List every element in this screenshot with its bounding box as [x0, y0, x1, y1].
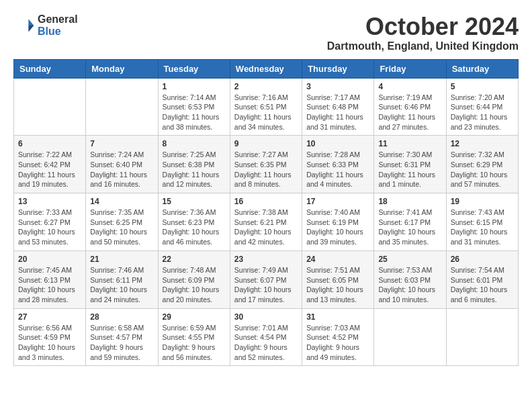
title-section: October 2024 Dartmouth, England, United …: [327, 13, 519, 52]
day-info: Sunrise: 7:43 AM Sunset: 6:15 PM Dayligh…: [451, 208, 514, 247]
day-number: 6: [18, 139, 81, 148]
day-number: 25: [378, 255, 441, 264]
calendar-day-10: 10Sunrise: 7:28 AM Sunset: 6:33 PM Dayli…: [302, 136, 374, 193]
calendar-day-5: 5Sunrise: 7:20 AM Sunset: 6:44 PM Daylig…: [446, 78, 518, 136]
day-info: Sunrise: 7:54 AM Sunset: 6:01 PM Dayligh…: [451, 265, 514, 305]
day-info: Sunrise: 7:53 AM Sunset: 6:03 PM Dayligh…: [378, 265, 441, 305]
calendar-day-12: 12Sunrise: 7:32 AM Sunset: 6:29 PM Dayli…: [446, 136, 518, 193]
calendar-day-18: 18Sunrise: 7:41 AM Sunset: 6:17 PM Dayli…: [374, 193, 446, 251]
day-info: Sunrise: 7:03 AM Sunset: 4:52 PM Dayligh…: [306, 323, 369, 363]
calendar-day-23: 23Sunrise: 7:49 AM Sunset: 6:07 PM Dayli…: [230, 250, 302, 308]
day-info: Sunrise: 7:48 AM Sunset: 6:09 PM Dayligh…: [163, 265, 226, 305]
day-info: Sunrise: 7:45 AM Sunset: 6:13 PM Dayligh…: [18, 265, 81, 305]
header-row: SundayMondayTuesdayWednesdayThursdayFrid…: [14, 59, 519, 78]
day-number: 17: [306, 197, 369, 206]
calendar-day-6: 6Sunrise: 7:22 AM Sunset: 6:42 PM Daylig…: [14, 136, 86, 193]
calendar-day-22: 22Sunrise: 7:48 AM Sunset: 6:09 PM Dayli…: [158, 250, 230, 308]
calendar-body: 1Sunrise: 7:14 AM Sunset: 6:53 PM Daylig…: [14, 78, 519, 366]
day-number: 20: [18, 255, 81, 264]
calendar-day-15: 15Sunrise: 7:36 AM Sunset: 6:23 PM Dayli…: [158, 193, 230, 251]
logo: General Blue: [13, 13, 78, 37]
calendar-day-16: 16Sunrise: 7:38 AM Sunset: 6:21 PM Dayli…: [230, 193, 302, 251]
header-day-sunday: Sunday: [14, 59, 86, 78]
day-number: 10: [306, 139, 369, 148]
calendar-header: SundayMondayTuesdayWednesdayThursdayFrid…: [14, 59, 519, 78]
day-info: Sunrise: 7:30 AM Sunset: 6:31 PM Dayligh…: [378, 150, 441, 189]
calendar-week-4: 20Sunrise: 7:45 AM Sunset: 6:13 PM Dayli…: [14, 250, 519, 308]
svg-marker-1: [28, 26, 34, 32]
page-header: General Blue October 2024 Dartmouth, Eng…: [13, 13, 519, 52]
day-info: Sunrise: 7:01 AM Sunset: 4:54 PM Dayligh…: [234, 323, 298, 363]
day-number: 23: [234, 255, 298, 264]
header-day-friday: Friday: [374, 59, 446, 78]
svg-marker-0: [28, 19, 34, 26]
header-day-wednesday: Wednesday: [230, 59, 302, 78]
day-info: Sunrise: 7:32 AM Sunset: 6:29 PM Dayligh…: [451, 150, 514, 189]
day-number: 19: [451, 197, 514, 206]
calendar-day-25: 25Sunrise: 7:53 AM Sunset: 6:03 PM Dayli…: [374, 250, 446, 308]
day-number: 27: [18, 312, 81, 322]
header-day-thursday: Thursday: [302, 59, 374, 78]
calendar-day-29: 29Sunrise: 6:59 AM Sunset: 4:55 PM Dayli…: [158, 308, 230, 366]
calendar-day-17: 17Sunrise: 7:40 AM Sunset: 6:19 PM Dayli…: [302, 193, 374, 251]
calendar-day-4: 4Sunrise: 7:19 AM Sunset: 6:46 PM Daylig…: [374, 78, 446, 136]
calendar-table: SundayMondayTuesdayWednesdayThursdayFrid…: [13, 59, 519, 367]
calendar-day-14: 14Sunrise: 7:35 AM Sunset: 6:25 PM Dayli…: [86, 193, 158, 251]
day-info: Sunrise: 7:40 AM Sunset: 6:19 PM Dayligh…: [306, 208, 369, 247]
calendar-day-13: 13Sunrise: 7:33 AM Sunset: 6:27 PM Dayli…: [14, 193, 86, 251]
day-number: 24: [306, 255, 369, 264]
day-info: Sunrise: 7:24 AM Sunset: 6:40 PM Dayligh…: [90, 150, 153, 189]
logo-icon: [13, 15, 35, 36]
day-info: Sunrise: 7:17 AM Sunset: 6:48 PM Dayligh…: [306, 93, 369, 132]
day-number: 1: [163, 82, 226, 91]
day-info: Sunrise: 7:28 AM Sunset: 6:33 PM Dayligh…: [306, 150, 369, 189]
day-number: 14: [90, 197, 153, 206]
day-info: Sunrise: 7:38 AM Sunset: 6:21 PM Dayligh…: [234, 208, 298, 247]
month-title: October 2024: [327, 13, 519, 40]
calendar-day-19: 19Sunrise: 7:43 AM Sunset: 6:15 PM Dayli…: [446, 193, 518, 251]
calendar-day-31: 31Sunrise: 7:03 AM Sunset: 4:52 PM Dayli…: [302, 308, 374, 366]
empty-cell: [374, 308, 446, 366]
day-number: 8: [163, 139, 226, 148]
calendar-day-2: 2Sunrise: 7:16 AM Sunset: 6:51 PM Daylig…: [230, 78, 302, 136]
day-info: Sunrise: 7:22 AM Sunset: 6:42 PM Dayligh…: [18, 150, 81, 189]
calendar-day-1: 1Sunrise: 7:14 AM Sunset: 6:53 PM Daylig…: [158, 78, 230, 136]
calendar-day-3: 3Sunrise: 7:17 AM Sunset: 6:48 PM Daylig…: [302, 78, 374, 136]
day-info: Sunrise: 7:49 AM Sunset: 6:07 PM Dayligh…: [234, 265, 298, 305]
calendar-day-7: 7Sunrise: 7:24 AM Sunset: 6:40 PM Daylig…: [86, 136, 158, 193]
day-info: Sunrise: 7:35 AM Sunset: 6:25 PM Dayligh…: [90, 208, 153, 247]
logo-blue: Blue: [38, 26, 78, 38]
day-number: 29: [163, 312, 226, 322]
day-number: 30: [234, 312, 298, 322]
empty-cell: [446, 308, 518, 366]
calendar-day-24: 24Sunrise: 7:51 AM Sunset: 6:05 PM Dayli…: [302, 250, 374, 308]
calendar-day-27: 27Sunrise: 6:56 AM Sunset: 4:59 PM Dayli…: [14, 308, 86, 366]
empty-cell: [14, 78, 86, 136]
calendar-week-5: 27Sunrise: 6:56 AM Sunset: 4:59 PM Dayli…: [14, 308, 519, 366]
day-number: 22: [163, 255, 226, 264]
day-info: Sunrise: 7:41 AM Sunset: 6:17 PM Dayligh…: [378, 208, 441, 247]
day-number: 13: [18, 197, 81, 206]
day-number: 15: [163, 197, 226, 206]
day-info: Sunrise: 7:14 AM Sunset: 6:53 PM Dayligh…: [163, 93, 226, 132]
logo-general: General: [38, 13, 78, 26]
day-info: Sunrise: 6:58 AM Sunset: 4:57 PM Dayligh…: [90, 323, 153, 363]
day-info: Sunrise: 7:46 AM Sunset: 6:11 PM Dayligh…: [90, 265, 153, 305]
day-number: 3: [306, 82, 369, 91]
day-number: 26: [451, 255, 514, 264]
calendar-day-20: 20Sunrise: 7:45 AM Sunset: 6:13 PM Dayli…: [14, 250, 86, 308]
day-number: 12: [451, 139, 514, 148]
header-day-monday: Monday: [86, 59, 158, 78]
calendar-day-11: 11Sunrise: 7:30 AM Sunset: 6:31 PM Dayli…: [374, 136, 446, 193]
day-number: 5: [451, 82, 514, 91]
day-info: Sunrise: 7:51 AM Sunset: 6:05 PM Dayligh…: [306, 265, 369, 305]
day-info: Sunrise: 7:19 AM Sunset: 6:46 PM Dayligh…: [378, 93, 441, 132]
day-info: Sunrise: 6:56 AM Sunset: 4:59 PM Dayligh…: [18, 323, 81, 363]
day-info: Sunrise: 7:25 AM Sunset: 6:38 PM Dayligh…: [163, 150, 226, 189]
day-number: 2: [234, 82, 298, 91]
calendar-week-1: 1Sunrise: 7:14 AM Sunset: 6:53 PM Daylig…: [14, 78, 519, 136]
day-info: Sunrise: 7:16 AM Sunset: 6:51 PM Dayligh…: [234, 93, 298, 132]
day-number: 16: [234, 197, 298, 206]
calendar-day-26: 26Sunrise: 7:54 AM Sunset: 6:01 PM Dayli…: [446, 250, 518, 308]
day-number: 31: [306, 312, 369, 322]
